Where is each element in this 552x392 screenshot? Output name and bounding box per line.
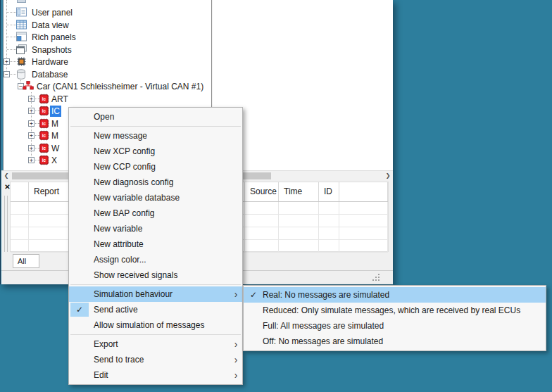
menu-item-send-to-trace[interactable]: Send to trace› (69, 352, 242, 367)
table-cell (319, 215, 339, 227)
menu-item-label: New diagnosis config (69, 177, 242, 187)
menu-item-label: Send active (69, 305, 242, 315)
menu-item-new-variable[interactable]: New variable (69, 221, 242, 236)
submenu-arrow-icon: › (230, 287, 242, 301)
tree-item-label[interactable]: Database (30, 69, 69, 80)
menu-item-label: New message (69, 131, 242, 141)
tree-item-label[interactable]: Rich panels (30, 32, 77, 43)
collapse-minus-icon[interactable]: − (4, 71, 10, 77)
tree-item-label[interactable]: Car (CAN1 Schleissheimer - Virtual CAN #… (35, 81, 205, 92)
menu-item-new-attribute[interactable]: New attribute (69, 236, 242, 252)
tree-item-label[interactable]: IC (50, 106, 61, 117)
cut-off-tree-item (17, 0, 26, 3)
checkmark-icon: ✓ (70, 303, 89, 317)
menu-item-label: New XCP config (69, 146, 242, 156)
menu-item-label: New BAP config (69, 208, 242, 218)
tree-item-database[interactable]: −Database (4, 68, 211, 80)
column-header-time[interactable]: Time (279, 182, 319, 201)
tree-item-snapshots[interactable]: Snapshots (4, 44, 211, 56)
menu-item-new-message[interactable]: New message (69, 128, 242, 144)
expand-plus-icon[interactable]: + (28, 132, 34, 139)
expand-plus-icon[interactable]: + (28, 145, 34, 151)
column-header-source[interactable]: Source (245, 182, 279, 201)
scroll-left-arrow-icon[interactable]: ❮ (1, 171, 11, 181)
expand-plus-icon[interactable]: + (28, 157, 34, 163)
menu-item-real-no-messages-are-simulated[interactable]: ✓Real: No messages are simulated (244, 287, 546, 303)
menu-item-reduced-only-simulate-messages-which-are-received-by-real-ecus[interactable]: Reduced: Only simulate messages, which a… (244, 303, 546, 318)
menu-item-new-ccp-config[interactable]: New CCP config (69, 159, 242, 175)
ecu-icon: ic (39, 130, 50, 141)
menu-item-allow-simulation-of-messages[interactable]: Allow simulation of messages (69, 317, 242, 333)
menu-item-off-no-messages-are-simulated[interactable]: Off: No messages are simulated (244, 334, 546, 349)
svg-text:ic: ic (42, 96, 46, 101)
submenu-arrow-icon: › (230, 337, 242, 351)
resize-grip-icon[interactable] (372, 274, 380, 282)
tree-item-car-can1-schleissheimer-virtual-can-1[interactable]: −Car (CAN1 Schleissheimer - Virtual CAN … (4, 80, 211, 92)
column-header-id[interactable]: ID (319, 182, 339, 201)
menu-item-send-active[interactable]: ✓Send active (69, 302, 242, 317)
table-cell (339, 215, 388, 227)
rich-panels-icon (16, 32, 27, 42)
menu-item-label: New variable database (69, 193, 242, 203)
submenu-arrow-icon: › (230, 353, 242, 367)
scroll-right-arrow-icon[interactable]: ❯ (383, 171, 393, 181)
tree-item-label[interactable]: Data view (30, 20, 70, 31)
expand-plus-icon[interactable]: + (28, 96, 34, 102)
menu-item-assign-color[interactable]: Assign color... (69, 252, 242, 267)
table-cell (279, 227, 319, 240)
menu-item-edit[interactable]: Edit› (69, 367, 242, 383)
table-cell (279, 215, 319, 227)
column-header-node[interactable] (11, 182, 29, 201)
panel-grip-handle[interactable] (4, 196, 8, 252)
ecu-icon: ic (39, 106, 50, 116)
tree-connector-stub (7, 49, 16, 50)
menu-item-open[interactable]: Open (69, 109, 242, 125)
tree-item-data-view[interactable]: Data view (4, 19, 211, 31)
svg-text:ic: ic (42, 121, 46, 126)
menu-item-label: New attribute (69, 239, 242, 249)
tree-item-label[interactable]: M (50, 118, 60, 129)
svg-text:ic: ic (42, 108, 46, 113)
menu-item-show-received-signals[interactable]: Show received signals (69, 267, 242, 283)
menu-item-label: Simulation behaviour (69, 289, 230, 299)
table-cell (319, 202, 339, 215)
menu-item-simulation-behaviour[interactable]: Simulation behaviour› (69, 286, 242, 302)
tree-item-label[interactable]: Snapshots (30, 44, 73, 56)
tree-item-art[interactable]: +icART (4, 93, 211, 105)
tab-all[interactable]: All (13, 254, 39, 268)
tree-connector-stub (7, 37, 16, 37)
desktop: { "colors": { "desktop": "#2d7e9d", "sel… (0, 0, 552, 392)
ecu-icon: ic (39, 143, 50, 153)
menu-item-new-xcp-config[interactable]: New XCP config (69, 144, 242, 159)
expand-plus-icon[interactable]: + (4, 58, 10, 65)
tree-item-label[interactable]: ART (50, 94, 70, 105)
table-cell (245, 215, 279, 227)
table-cell (245, 202, 279, 215)
menu-item-full-all-messages-are-simulated[interactable]: Full: All messages are simulated (244, 318, 546, 334)
menu-separator (70, 284, 241, 285)
tree-connector-stub (7, 12, 16, 13)
column-header-node[interactable] (339, 182, 388, 201)
expand-plus-icon[interactable]: + (28, 120, 34, 127)
menu-item-new-variable-database[interactable]: New variable database (69, 190, 242, 206)
menu-item-label: Reduced: Only simulate messages, which a… (244, 305, 546, 315)
menu-item-new-bap-config[interactable]: New BAP config (69, 206, 242, 221)
table-cell (11, 227, 29, 240)
snapshots-icon (16, 44, 27, 55)
tree-item-user-panel[interactable]: User panel (4, 6, 211, 18)
tree-item-label[interactable]: X (50, 155, 58, 166)
expand-plus-icon[interactable]: + (28, 108, 34, 114)
tree-item-label[interactable]: Hardware (30, 56, 70, 68)
tree-item-label[interactable]: W (50, 143, 61, 154)
tree-item-rich-panels[interactable]: Rich panels (4, 31, 211, 43)
context-menu: OpenNew messageNew XCP configNew CCP con… (68, 107, 243, 385)
tree-item-label[interactable]: User panel (30, 7, 74, 18)
tree-item-label[interactable]: M (50, 130, 60, 141)
svg-text:ic: ic (42, 146, 46, 151)
table-cell (319, 240, 339, 253)
menu-item-label: Show received signals (69, 270, 242, 280)
ecu-icon: ic (39, 118, 50, 129)
menu-item-new-diagnosis-config[interactable]: New diagnosis config (69, 175, 242, 190)
tree-item-hardware[interactable]: +Hardware (4, 56, 211, 68)
menu-item-export[interactable]: Export› (69, 336, 242, 352)
